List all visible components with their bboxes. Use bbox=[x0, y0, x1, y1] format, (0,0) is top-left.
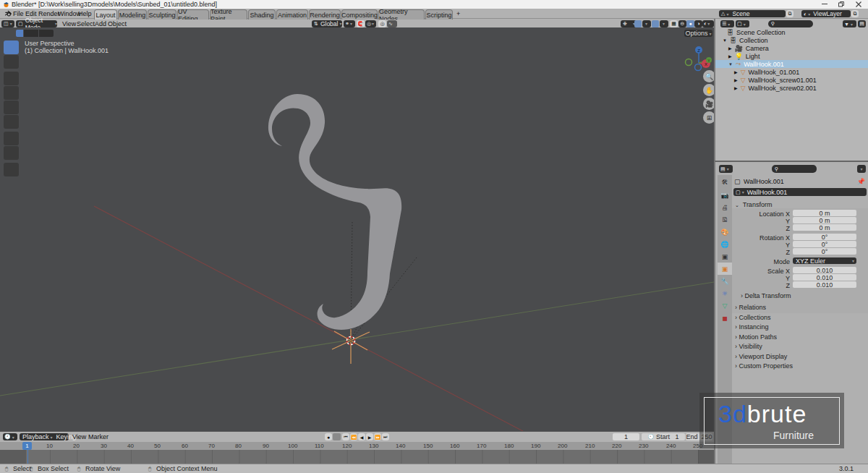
svg-text:Z: Z bbox=[697, 48, 700, 53]
